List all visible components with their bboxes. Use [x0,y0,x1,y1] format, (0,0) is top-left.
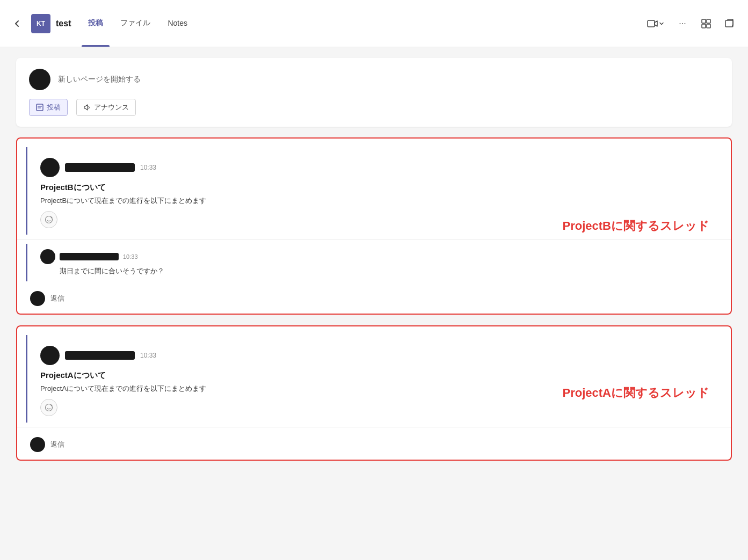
reply-time-b: 10:33 [123,253,138,260]
tab-posts[interactable]: 投稿 [82,0,110,47]
tab-files[interactable]: ファイル [114,0,157,47]
post-avatar-b [40,158,60,177]
main-content: 新しいページを開始する 投稿 アナウンス [0,47,748,560]
announce-icon [83,104,91,111]
reaction-button-b[interactable] [40,211,57,228]
thread-reply-post-b: 10:33 期日までに間に合いそうですか？ [26,244,718,281]
reply-text-b: 期日までに間に合いそうですか？ [40,266,705,276]
header-right-actions: ··· [643,14,739,33]
post-name-a [65,351,135,360]
thread-card-projectb: 10:33 ProjectBについて ProjectBについて現在までの進行を以… [16,137,732,315]
more-options-button[interactable]: ··· [673,14,692,33]
composer-card: 新しいページを開始する 投稿 アナウンス [16,58,732,127]
post-type-post-button[interactable]: 投稿 [29,99,68,116]
reply-row-b: 返信 [17,286,731,314]
nav-tabs: 投稿 ファイル Notes [82,0,194,47]
post-time-a: 10:33 [140,352,156,359]
post-body-b: ProjectBについて現在までの進行を以下にまとめます [40,196,705,206]
post-avatar-a [40,346,60,365]
composer-avatar [29,69,50,90]
reply-input-avatar-b [30,291,45,306]
back-button[interactable] [9,15,26,32]
post-type-announce-button[interactable]: アナウンス [76,99,136,116]
thread-card-projecta: 10:33 ProjectAについて ProjectAについて現在までの進行を以… [16,325,732,461]
post-body-a: ProjectAについて現在までの進行を以下にまとめます [40,384,705,394]
reply-name-b [60,253,119,260]
post-title-a: ProjectAについて [40,370,705,381]
svg-rect-3 [702,24,706,28]
svg-rect-4 [707,24,710,28]
video-call-button[interactable] [643,14,669,33]
thread-main-post-b: 10:33 ProjectBについて ProjectBについて現在までの進行を以… [26,147,718,235]
svg-rect-5 [725,20,733,27]
post-icon [36,104,43,111]
svg-rect-2 [707,19,710,23]
reply-row-a: 返信 [17,432,731,460]
emoji-add-icon [45,215,53,224]
post-name-b [65,163,135,172]
composer-actions: 投稿 アナウンス [29,99,719,116]
add-tab-button[interactable] [696,14,716,33]
post-header-a: 10:33 [40,346,705,365]
composer-top: 新しいページを開始する [29,69,719,90]
reply-header-b: 10:33 [40,249,705,264]
emoji-add-icon-a [45,403,53,412]
reply-input-b[interactable]: 返信 [50,294,64,303]
team-name: test [56,19,71,28]
thread-card-projectb-inner: 10:33 ProjectBについて ProjectBについて現在までの進行を以… [16,137,732,315]
reaction-button-a[interactable] [40,399,57,416]
pop-out-button[interactable] [720,14,739,33]
svg-rect-1 [702,19,706,23]
tab-notes[interactable]: Notes [161,0,194,47]
video-chevron-icon [659,21,664,26]
reply-avatar-b [40,249,55,264]
svg-rect-6 [37,104,43,111]
reply-input-avatar-a [30,437,45,452]
header: KT test 投稿 ファイル Notes ··· [0,0,748,47]
post-title-b: ProjectBについて [40,183,705,193]
team-avatar[interactable]: KT [31,14,50,33]
svg-rect-0 [648,20,655,27]
post-time-b: 10:33 [140,164,156,171]
composer-placeholder[interactable]: 新しいページを開始する [58,75,141,84]
post-header-b: 10:33 [40,158,705,177]
thread-card-projecta-inner: 10:33 ProjectAについて ProjectAについて現在までの進行を以… [16,325,732,461]
reply-input-a[interactable]: 返信 [50,440,64,449]
thread-main-post-a: 10:33 ProjectAについて ProjectAについて現在までの進行を以… [26,335,718,423]
